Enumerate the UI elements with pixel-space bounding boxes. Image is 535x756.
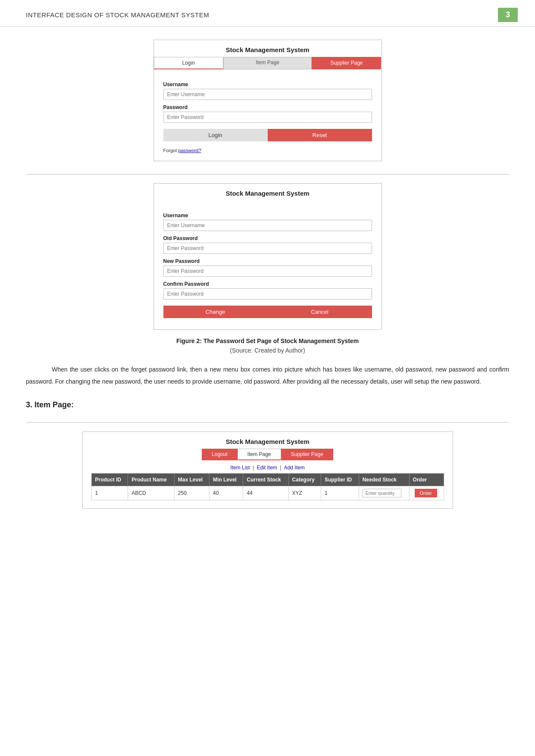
item-list-link[interactable]: Item List [230,465,250,471]
forgot-password-link[interactable]: password? [178,148,201,153]
cell-order: Order [409,486,444,500]
page-content: Stock Management System Login Item Page … [0,27,535,534]
login-buttons: Login Reset [163,129,372,141]
username-input[interactable] [163,89,372,100]
section-divider-2 [26,422,509,423]
password-set-box: Stock Management System Username Old Pas… [153,183,382,330]
change-button[interactable]: Change [163,306,268,318]
add-item-link[interactable]: Add Item [284,465,305,471]
login-form: Username Password Login Reset [154,69,382,145]
figure-source: (Source: Created by Author) [26,347,509,354]
tab-item-page2[interactable]: Item Page [238,449,281,460]
login-box: Stock Management System Login Item Page … [153,40,382,161]
col-max-level: Max Level [174,474,209,486]
cell-product-id: 1 [91,486,128,500]
cancel-button[interactable]: Cancel [268,306,372,318]
new-password-input[interactable] [163,266,372,277]
figure-caption: Figure 2: The Password Set Page of Stock… [26,337,509,344]
password-input[interactable] [163,112,372,123]
page-number: 3 [498,8,518,22]
tab-supplier-page[interactable]: Supplier Page [312,57,381,69]
tab-logout[interactable]: Logout [202,449,238,460]
section-divider-1 [26,174,509,175]
password-system-title: Stock Management System [154,184,382,200]
old-password-label: Old Password [163,235,372,241]
cell-min-level: 40 [210,486,243,500]
password-buttons: Change Cancel [163,306,372,318]
tab-login[interactable]: Login [154,57,223,69]
col-min-level: Min Level [210,474,243,486]
tab-item-page[interactable]: Item Page [223,57,312,69]
body-paragraph-1: When the user clicks on the forget passw… [26,363,509,387]
link-separator-1: | [253,465,255,471]
edit-item-link[interactable]: Edit Item [257,465,277,471]
col-current-stock: Current Stock [243,474,288,486]
login-tabs: Login Item Page Supplier Page [154,57,382,69]
col-product-name: Product Name [128,474,174,486]
item-tabs: Logout Item Page Supplier Page [83,449,453,460]
page-title: INTERFACE DESIGN OF STOCK MANAGEMENT SYS… [26,11,209,19]
col-product-id: Product ID [91,474,128,486]
cell-category: XYZ [288,486,321,500]
login-button[interactable]: Login [163,129,268,141]
item-page-box: Stock Management System Logout Item Page… [82,431,453,509]
confirm-password-label: Confirm Password [163,281,372,287]
col-category: Category [288,474,321,486]
item-table-body: 1 ABCD 250 40 44 XYZ 1 Order [91,486,444,500]
cell-supplier-id: 1 [321,486,359,500]
item-table-wrapper: Product ID Product Name Max Level Min Le… [83,473,453,500]
tab-supplier-page2[interactable]: Supplier Page [281,449,333,460]
item-links: Item List | Edit Item | Add Item [83,465,453,471]
col-supplier-id: Supplier ID [321,474,359,486]
needed-stock-cell [363,489,406,497]
table-row: 1 ABCD 250 40 44 XYZ 1 Order [91,486,444,500]
pw-username-input[interactable] [163,220,372,231]
col-order: Order [409,474,444,486]
col-needed-stock: Needed Stock [359,474,409,486]
password-label: Password [163,104,372,110]
item-table-header: Product ID Product Name Max Level Min Le… [91,474,444,486]
forgot-text: Forgot [163,148,178,153]
cell-current-stock: 44 [243,486,288,500]
cell-product-name: ABCD [128,486,174,500]
username-label: Username [163,81,372,87]
pw-username-label: Username [163,212,372,219]
forgot-password-area: Forgot password? [163,148,382,153]
item-table: Product ID Product Name Max Level Min Le… [91,473,444,500]
reset-button[interactable]: Reset [268,129,372,141]
quantity-input[interactable] [363,489,401,497]
item-system-title: Stock Management System [83,432,453,449]
section-3-heading: 3. Item Page: [26,400,509,409]
confirm-password-input[interactable] [163,288,372,300]
old-password-input[interactable] [163,243,372,254]
login-system-title: Stock Management System [154,40,382,57]
cell-max-level: 250 [174,486,209,500]
header-row: Product ID Product Name Max Level Min Le… [91,474,444,486]
page-header: INTERFACE DESIGN OF STOCK MANAGEMENT SYS… [0,0,535,27]
link-separator-2: | [280,465,282,471]
new-password-label: New Password [163,258,372,264]
password-form: Username Old Password New Password Confi… [154,200,382,322]
cell-needed-stock [359,486,409,500]
order-button[interactable]: Order [415,489,437,497]
